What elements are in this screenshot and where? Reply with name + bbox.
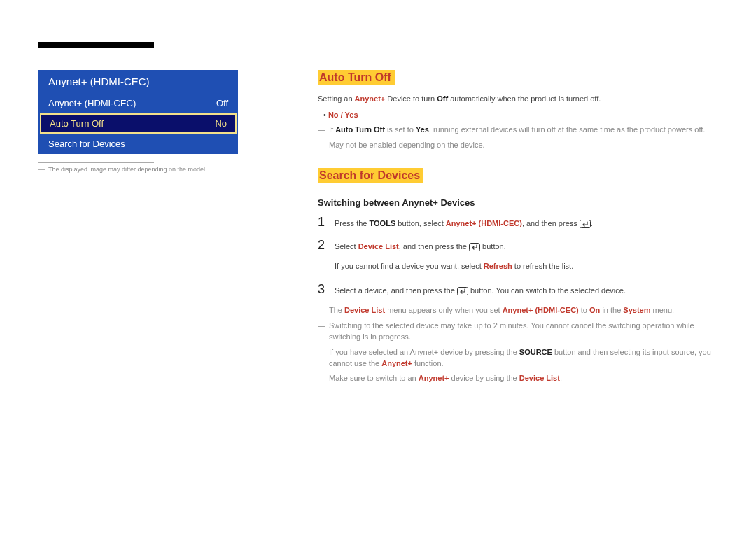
- search-note-a: The Device List menu appears only when y…: [318, 305, 721, 316]
- image-disclaimer: The displayed image may differ depending…: [38, 166, 238, 173]
- auto-turn-off-intro: Setting an Anynet+ Device to turn Off au…: [318, 94, 721, 105]
- osd-menu-title: Anynet+ (HDMI-CEC): [38, 70, 238, 93]
- osd-row-search-devices: Search for Devices: [38, 134, 238, 154]
- step-3: 3 Select a device, and then press the bu…: [318, 282, 721, 297]
- enter-icon: [580, 220, 591, 228]
- step-number: 3: [318, 282, 335, 297]
- osd-row-label: Search for Devices: [48, 139, 125, 149]
- auto-turn-off-options: No / Yes: [323, 111, 721, 119]
- osd-row-label: Anynet+ (HDMI-CEC): [48, 98, 136, 108]
- auto-turn-off-note-2: May not be enabled depending on the devi…: [318, 140, 721, 151]
- osd-row-value: No: [215, 118, 227, 129]
- step-body: Select Device List, and then press the b…: [335, 238, 506, 253]
- heading-search-for-devices: Search for Devices: [318, 168, 424, 183]
- enter-icon: [469, 243, 480, 251]
- subheading-switching: Switching between Anynet+ Devices: [318, 197, 721, 208]
- osd-row-value: Off: [216, 98, 228, 108]
- header-rule: [172, 48, 721, 48]
- svg-rect-1: [470, 243, 480, 251]
- step-2: 2 Select Device List, and then press the…: [318, 238, 721, 253]
- osd-row-label: Auto Turn Off: [50, 118, 104, 129]
- auto-turn-off-note-1: If Auto Turn Off is set to Yes, running …: [318, 125, 721, 136]
- header-tab-mark: [38, 42, 154, 48]
- right-column: Auto Turn Off Setting an Anynet+ Device …: [318, 70, 721, 388]
- step-body: Select a device, and then press the butt…: [335, 282, 626, 297]
- enter-icon: [457, 287, 468, 295]
- heading-auto-turn-off: Auto Turn Off: [318, 70, 395, 85]
- step-number: 2: [318, 238, 335, 253]
- svg-rect-2: [457, 287, 468, 295]
- search-note-c: If you have selected an Anynet+ device b…: [318, 347, 721, 370]
- step-body: Press the TOOLS button, select Anynet+ (…: [335, 215, 593, 230]
- search-note-d: Make sure to switch to an Anynet+ device…: [318, 373, 721, 384]
- osd-row-anynet: Anynet+ (HDMI-CEC) Off: [38, 93, 238, 113]
- left-column: Anynet+ (HDMI-CEC) Anynet+ (HDMI-CEC) Of…: [38, 70, 238, 173]
- osd-row-auto-turn-off: Auto Turn Off No: [40, 113, 237, 134]
- step-1: 1 Press the TOOLS button, select Anynet+…: [318, 215, 721, 230]
- search-note-b: Switching to the selected device may tak…: [318, 321, 721, 343]
- svg-rect-0: [580, 220, 590, 227]
- step-number: 1: [318, 215, 335, 230]
- step-2-extra: If you cannot find a device you want, se…: [335, 261, 721, 272]
- osd-menu-preview: Anynet+ (HDMI-CEC) Anynet+ (HDMI-CEC) Of…: [38, 70, 238, 154]
- caption-rule: [38, 162, 154, 163]
